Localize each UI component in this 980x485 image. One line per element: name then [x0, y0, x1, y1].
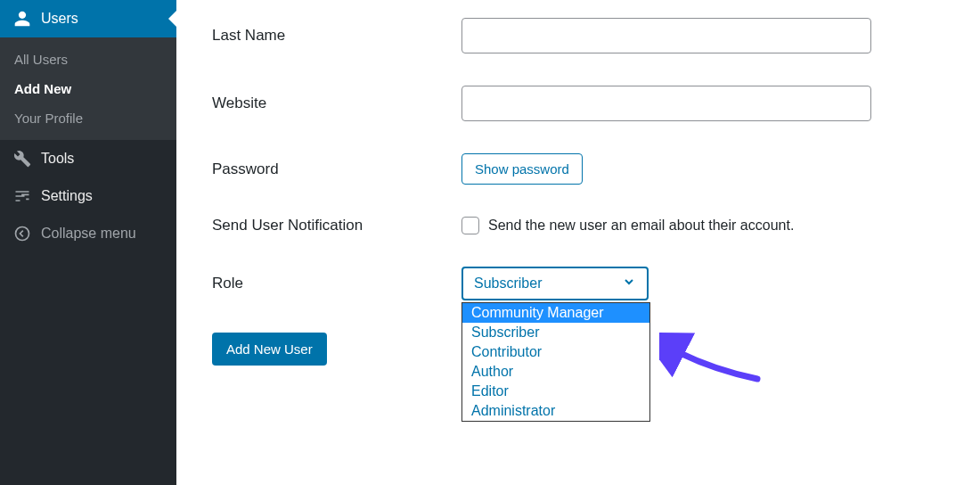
- sidebar-item-users[interactable]: Users: [0, 0, 176, 37]
- sidebar-item-label: Collapse menu: [41, 226, 136, 242]
- role-select-wrapper: Subscriber Community Manager Subscriber …: [461, 267, 649, 300]
- row-role: Role Subscriber Community Manager Subscr…: [212, 267, 944, 300]
- add-new-user-button[interactable]: Add New User: [212, 333, 327, 366]
- role-option-editor[interactable]: Editor: [462, 382, 649, 401]
- row-password: Password Show password: [212, 153, 944, 185]
- row-last-name: Last Name: [212, 18, 944, 53]
- input-website[interactable]: [461, 86, 871, 121]
- notification-control: Send the new user an email about their a…: [461, 217, 794, 234]
- label-password: Password: [212, 160, 461, 178]
- sidebar-submenu-users: All Users Add New Your Profile: [0, 37, 176, 140]
- sidebar-item-settings[interactable]: Settings: [0, 177, 176, 215]
- sidebar-sub-all-users[interactable]: All Users: [0, 45, 176, 74]
- row-website: Website: [212, 86, 944, 121]
- sidebar-item-tools[interactable]: Tools: [0, 140, 176, 177]
- svg-point-0: [16, 227, 29, 241]
- sidebar-sub-add-new[interactable]: Add New: [0, 74, 176, 103]
- sidebar-item-label: Settings: [41, 188, 93, 204]
- label-website: Website: [212, 95, 461, 112]
- chevron-down-icon: [622, 275, 636, 292]
- checkbox-notification[interactable]: [461, 217, 479, 234]
- role-selected-value: Subscriber: [474, 275, 542, 292]
- sidebar-item-label: Users: [41, 11, 78, 27]
- notification-help-text: Send the new user an email about their a…: [488, 218, 794, 234]
- input-last-name[interactable]: [461, 18, 871, 53]
- admin-sidebar: Users All Users Add New Your Profile Too…: [0, 0, 176, 485]
- role-dropdown: Community Manager Subscriber Contributor…: [461, 302, 650, 422]
- sidebar-collapse[interactable]: Collapse menu: [0, 215, 176, 252]
- sidebar-sub-your-profile[interactable]: Your Profile: [0, 103, 176, 133]
- role-option-author[interactable]: Author: [462, 362, 649, 382]
- collapse-icon: [12, 224, 32, 243]
- user-icon: [12, 9, 32, 29]
- role-select[interactable]: Subscriber: [461, 267, 649, 300]
- role-option-community-manager[interactable]: Community Manager: [462, 303, 649, 323]
- sidebar-item-label: Tools: [41, 151, 74, 167]
- label-notification: Send User Notification: [212, 217, 461, 234]
- sliders-icon: [12, 186, 32, 206]
- row-notification: Send User Notification Send the new user…: [212, 217, 944, 234]
- label-last-name: Last Name: [212, 27, 461, 45]
- label-role: Role: [212, 275, 461, 292]
- main-content: Last Name Website Password Show password…: [176, 0, 980, 415]
- role-option-subscriber[interactable]: Subscriber: [462, 323, 649, 342]
- show-password-button[interactable]: Show password: [461, 153, 583, 185]
- role-option-contributor[interactable]: Contributor: [462, 342, 649, 362]
- wrench-icon: [12, 149, 32, 169]
- role-option-administrator[interactable]: Administrator: [462, 401, 649, 421]
